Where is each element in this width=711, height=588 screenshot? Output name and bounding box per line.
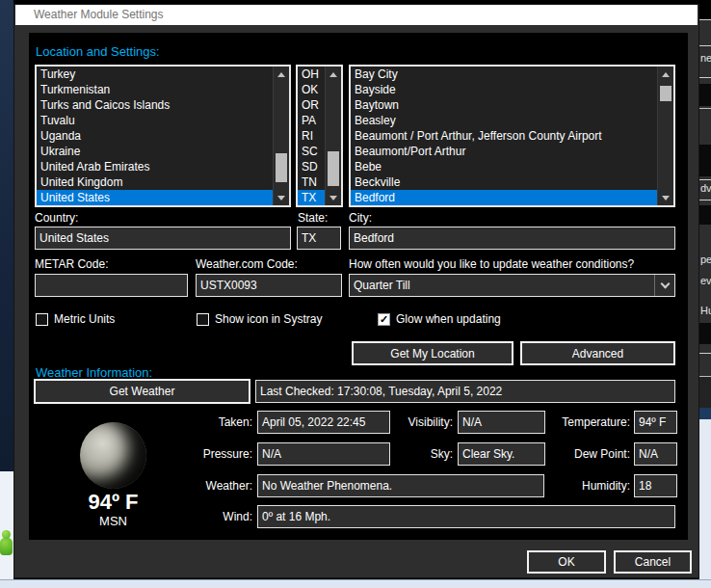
scroll-down-button[interactable] bbox=[658, 190, 673, 205]
scrollbar-thumb[interactable] bbox=[276, 153, 287, 182]
weather-com-code-label: Weather.com Code: bbox=[196, 257, 298, 271]
background-bottom-strip bbox=[0, 579, 711, 588]
checkbox-box[interactable]: ✓ bbox=[378, 313, 390, 326]
state-label: State: bbox=[298, 211, 328, 225]
list-item[interactable]: OR bbox=[298, 97, 325, 113]
city-input[interactable]: Bedford bbox=[349, 227, 675, 250]
check-icon: ✓ bbox=[380, 314, 388, 325]
location-settings-heading: Location and Settings: bbox=[36, 44, 160, 59]
visibility-label: Visibility: bbox=[366, 415, 453, 429]
list-item[interactable]: OK bbox=[298, 82, 325, 97]
temperature-field: 94º F bbox=[634, 411, 677, 434]
current-temperature: 94º F bbox=[58, 490, 169, 515]
list-item[interactable]: TN bbox=[298, 174, 325, 190]
humidity-label: Humidity: bbox=[524, 479, 630, 493]
state-listbox[interactable]: OHOKORPARISCSDTNTX bbox=[296, 65, 343, 207]
list-item[interactable]: Bedford bbox=[351, 190, 657, 205]
country-listbox[interactable]: TurkeyTurkmenistanTurks and Caicos Islan… bbox=[35, 65, 291, 207]
list-item[interactable]: Turkmenistan bbox=[37, 82, 273, 97]
weather-information-heading: Weather Information: bbox=[36, 365, 152, 380]
list-item[interactable]: Tuvalu bbox=[37, 113, 273, 128]
state-scrollbar[interactable] bbox=[325, 67, 341, 205]
list-item[interactable]: OH bbox=[298, 67, 325, 82]
desktop-green-icon[interactable] bbox=[0, 538, 13, 555]
country-input[interactable]: United States bbox=[35, 227, 291, 250]
arrow-down-icon bbox=[277, 196, 285, 200]
weather-phenomena-label: Weather: bbox=[156, 479, 252, 493]
weather-com-code-input[interactable]: USTX0093 bbox=[196, 274, 342, 297]
dialog-titlebar[interactable]: Weather Module Settings bbox=[15, 5, 698, 25]
wind-label: Wind: bbox=[156, 510, 252, 523]
scrollbar-thumb[interactable] bbox=[328, 151, 339, 186]
list-item[interactable]: Bayside bbox=[351, 82, 657, 97]
background-text-fragment: pe bbox=[700, 254, 711, 265]
dialog-title: Weather Module Settings bbox=[34, 8, 164, 21]
city-label: City: bbox=[349, 211, 372, 225]
list-item[interactable]: SC bbox=[298, 144, 325, 159]
humidity-field: 18 bbox=[634, 474, 677, 497]
pressure-label: Pressure: bbox=[156, 447, 252, 461]
checkbox-label: Metric Units bbox=[54, 312, 115, 326]
list-item[interactable]: Bebe bbox=[351, 159, 657, 174]
arrow-up-icon bbox=[662, 72, 670, 77]
country-scrollbar[interactable] bbox=[273, 67, 289, 205]
desktop-green-icon-head bbox=[2, 530, 11, 539]
list-item[interactable]: Bay City bbox=[351, 67, 657, 82]
checkbox-box[interactable]: ✓ bbox=[197, 313, 209, 326]
glow-when-updating-checkbox[interactable]: ✓ Glow when updating bbox=[378, 312, 501, 326]
background-desktop-left bbox=[0, 0, 13, 471]
advanced-button[interactable]: Advanced bbox=[520, 341, 675, 365]
list-item[interactable]: TX bbox=[298, 190, 325, 205]
get-weather-button[interactable]: Get Weather bbox=[34, 379, 250, 404]
ok-button[interactable]: OK bbox=[527, 550, 606, 574]
list-item[interactable]: Beaumont/Port Arthur bbox=[351, 144, 657, 159]
list-item[interactable]: Beckville bbox=[351, 174, 657, 190]
scrollbar-track[interactable] bbox=[274, 82, 289, 190]
scrollbar-thumb[interactable] bbox=[660, 86, 672, 101]
metar-code-input[interactable] bbox=[35, 274, 188, 297]
list-item[interactable]: Uganda bbox=[37, 128, 273, 144]
update-frequency-dropdown[interactable]: Quarter Till bbox=[349, 274, 675, 297]
list-item[interactable]: RI bbox=[298, 128, 325, 144]
weather-source: MSN bbox=[58, 514, 169, 528]
cancel-button[interactable]: Cancel bbox=[614, 550, 692, 574]
arrow-down-icon bbox=[662, 196, 670, 200]
weather-phenomena-field: No Weather Phenomena. bbox=[257, 474, 544, 497]
scroll-up-button[interactable] bbox=[326, 67, 341, 82]
list-item[interactable]: PA bbox=[298, 113, 325, 128]
screen: ne dv pe ev Hu Weather Module Settings L… bbox=[0, 0, 711, 588]
scrollbar-track[interactable] bbox=[658, 82, 673, 190]
list-item[interactable]: Baytown bbox=[351, 97, 657, 113]
wind-field: 0º at 16 Mph. bbox=[257, 505, 675, 528]
metric-units-checkbox[interactable]: ✓ Metric Units bbox=[36, 312, 115, 326]
list-item[interactable]: Beaumont / Port Arthur, Jefferson County… bbox=[351, 128, 657, 144]
city-listbox[interactable]: Bay CityBaysideBaytownBeasleyBeaumont / … bbox=[349, 65, 675, 207]
city-scrollbar[interactable] bbox=[657, 67, 673, 205]
arrow-up-icon bbox=[329, 72, 337, 77]
scroll-down-button[interactable] bbox=[326, 190, 341, 205]
scroll-down-button[interactable] bbox=[274, 190, 289, 205]
list-item[interactable]: Ukraine bbox=[37, 144, 273, 159]
checkbox-box[interactable]: ✓ bbox=[36, 313, 48, 326]
scroll-up-button[interactable] bbox=[658, 67, 673, 82]
sky-label: Sky: bbox=[366, 447, 453, 461]
state-input[interactable]: TX bbox=[297, 227, 341, 250]
checkbox-label: Show icon in Systray bbox=[215, 312, 322, 326]
systray-icon-checkbox[interactable]: ✓ Show icon in Systray bbox=[197, 312, 322, 326]
list-item[interactable]: Beasley bbox=[351, 113, 657, 128]
scroll-up-button[interactable] bbox=[274, 67, 289, 82]
temperature-label: Temperature: bbox=[524, 415, 630, 429]
list-item[interactable]: Turkey bbox=[37, 67, 273, 82]
scrollbar-track[interactable] bbox=[326, 82, 341, 190]
list-item[interactable]: Turks and Caicos Islands bbox=[37, 97, 273, 113]
list-item[interactable]: SD bbox=[298, 159, 325, 174]
gibbous-moon-icon bbox=[80, 422, 146, 489]
list-item[interactable]: United Arab Emirates bbox=[37, 159, 273, 174]
list-item[interactable]: United States bbox=[37, 190, 273, 205]
get-my-location-button[interactable]: Get My Location bbox=[352, 341, 514, 365]
list-item[interactable]: United Kingdom bbox=[37, 174, 273, 190]
update-frequency-label: How often would you like to update weath… bbox=[349, 257, 634, 271]
dropdown-button[interactable] bbox=[654, 275, 674, 296]
dew-point-label: Dew Point: bbox=[524, 447, 630, 461]
dew-point-field: N/A bbox=[634, 442, 677, 466]
